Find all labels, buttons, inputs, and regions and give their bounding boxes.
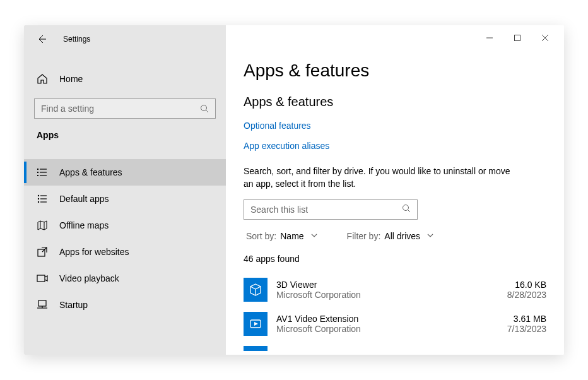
optional-features-link[interactable]: Optional features — [244, 121, 546, 131]
nav-item-label: Video playback — [59, 273, 119, 283]
close-icon — [541, 34, 549, 42]
nav-list: Apps & features Default apps — [24, 159, 226, 318]
nav-apps-features[interactable]: Apps & features — [24, 159, 226, 186]
home-icon — [37, 73, 48, 85]
sort-label: Sort by: — [246, 231, 276, 241]
find-setting-search[interactable] — [34, 98, 216, 119]
nav-startup[interactable]: Startup — [24, 292, 226, 318]
nav-item-label: Apps & features — [59, 167, 122, 177]
svg-rect-20 — [515, 35, 520, 41]
sort-by-dropdown[interactable]: Sort by: Name — [246, 231, 318, 241]
app-date: 8/28/2023 — [507, 290, 546, 300]
settings-title: Settings — [63, 35, 90, 44]
startup-icon — [37, 299, 48, 311]
nav-item-label: Startup — [59, 300, 88, 310]
list-icon — [37, 167, 48, 178]
app-info: AV1 Video Extension Microsoft Corporatio… — [276, 314, 498, 334]
nav-offline-maps[interactable]: Offline maps — [24, 212, 226, 239]
nav-item-label: Default apps — [59, 194, 109, 204]
nav-item-label: Apps for websites — [59, 247, 129, 257]
app-meta: 3.61 MB 7/13/2023 — [507, 314, 546, 334]
description-text: Search, sort, and filter by drive. If yo… — [244, 165, 521, 191]
filter-by-dropdown[interactable]: Filter by: All drives — [347, 231, 434, 241]
home-nav[interactable]: Home — [24, 67, 226, 91]
close-button[interactable] — [539, 32, 551, 44]
section-label: Apps — [24, 119, 226, 148]
app-icon-video — [244, 312, 268, 336]
filter-label: Filter by: — [347, 231, 381, 241]
defaults-icon — [37, 193, 48, 205]
nav-item-label: Offline maps — [59, 220, 109, 230]
app-list: 3D Viewer Microsoft Corporation 16.0 KB … — [244, 273, 546, 351]
nav-video-playback[interactable]: Video playback — [24, 265, 226, 292]
page-title: Apps & features — [244, 61, 546, 81]
svg-point-8 — [38, 195, 39, 196]
svg-rect-15 — [37, 275, 45, 282]
main-content: Apps & features Apps & features Optional… — [226, 25, 564, 355]
map-icon — [37, 220, 48, 231]
maximize-button[interactable] — [511, 32, 524, 44]
filter-value: All drives — [384, 231, 420, 241]
find-setting-input[interactable] — [41, 104, 195, 114]
chevron-down-icon — [310, 231, 318, 241]
nav-default-apps[interactable]: Default apps — [24, 186, 226, 212]
app-name: 3D Viewer — [276, 280, 498, 290]
app-name: AV1 Video Extension — [276, 314, 498, 324]
svg-point-0 — [201, 105, 207, 111]
app-list-search[interactable] — [244, 199, 418, 220]
svg-line-1 — [206, 110, 209, 113]
sort-value: Name — [280, 231, 303, 241]
minimize-button[interactable] — [483, 32, 496, 44]
settings-window: Settings Home Apps — [24, 25, 564, 355]
launch-icon — [37, 246, 48, 258]
app-publisher: Microsoft Corporation — [276, 290, 498, 300]
app-row[interactable]: AV1 Video Extension Microsoft Corporatio… — [244, 307, 546, 341]
nav-apps-websites[interactable]: Apps for websites — [24, 239, 226, 265]
svg-point-12 — [38, 201, 39, 203]
svg-point-23 — [403, 205, 409, 210]
sidebar: Settings Home Apps — [24, 25, 226, 355]
app-publisher: Microsoft Corporation — [276, 324, 498, 334]
app-icon-partial — [244, 346, 268, 351]
svg-rect-2 — [37, 169, 38, 170]
minimize-icon — [486, 34, 493, 42]
app-row[interactable]: 3D Viewer Microsoft Corporation 16.0 KB … — [244, 273, 546, 307]
app-size: 3.61 MB — [514, 314, 546, 324]
sidebar-header: Settings — [24, 25, 226, 53]
subheading: Apps & features — [244, 95, 546, 109]
app-meta: 16.0 KB 8/28/2023 — [507, 280, 546, 300]
app-icon-cube — [244, 278, 268, 302]
home-label: Home — [59, 74, 83, 84]
svg-rect-4 — [37, 172, 38, 173]
app-row-partial — [244, 346, 546, 351]
app-size: 16.0 KB — [515, 280, 546, 290]
svg-point-10 — [38, 198, 39, 199]
video-icon — [37, 273, 48, 284]
filters-row: Sort by: Name Filter by: All drives — [244, 231, 546, 241]
app-info: 3D Viewer Microsoft Corporation — [276, 280, 498, 300]
maximize-icon — [514, 34, 521, 42]
app-execution-aliases-link[interactable]: App execution aliases — [244, 141, 546, 151]
search-icon — [402, 204, 411, 215]
back-arrow-icon — [37, 34, 47, 44]
chevron-down-icon — [426, 231, 434, 241]
apps-count: 46 apps found — [244, 254, 546, 264]
app-date: 7/13/2023 — [507, 324, 546, 334]
window-controls — [483, 32, 564, 44]
svg-rect-16 — [38, 300, 46, 306]
app-list-search-input[interactable] — [250, 205, 397, 215]
svg-line-24 — [408, 210, 411, 212]
search-icon — [200, 104, 209, 113]
svg-rect-6 — [37, 175, 38, 176]
back-button[interactable] — [37, 34, 47, 44]
